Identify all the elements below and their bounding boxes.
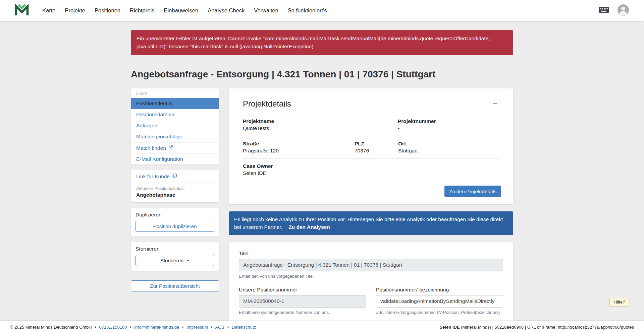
titel-input (239, 259, 503, 271)
user-avatar-icon (617, 4, 629, 17)
titel-group: Titel Erhält den von uns vorgegebenen Ti… (239, 251, 503, 279)
nav-item-positionen[interactable]: Positionen (90, 4, 125, 17)
cancel-button-label: Stornieren (160, 258, 183, 263)
sidebar-item-email-konfiguration[interactable]: E-Mail Konfiguration (131, 153, 219, 164)
cancel-card: Stornieren Stornieren (131, 242, 219, 271)
customer-link[interactable]: Link für Kunde (131, 170, 219, 183)
footer-email-link[interactable]: info@mineral-minds.de (134, 325, 179, 330)
page-title: Angebotsanfrage - Entsorgung | 4.321 Ton… (131, 69, 513, 80)
city-label: Ort (398, 141, 499, 147)
sidebar-item-match-finden[interactable]: Match finden (131, 142, 219, 153)
nav-item-richtpreis[interactable]: Richtpreis (125, 4, 159, 17)
copyright-text: © 2025 Mineral Minds Deutschland GmbH (10, 325, 92, 330)
minus-icon (493, 104, 497, 105)
project-name-label: Projektname (243, 118, 398, 124)
user-menu-button[interactable] (617, 4, 629, 17)
collapse-card-button[interactable] (491, 102, 499, 107)
nav-item-so-funktionierts[interactable]: So funktioniert's (283, 4, 332, 17)
top-navbar: Karte Projekte Positionen Richtpreis Ein… (0, 0, 644, 21)
street-field: Straße Pragstraße 120 (243, 141, 355, 154)
mineral-minds-logo[interactable] (15, 4, 29, 17)
cancel-header: Stornieren (136, 246, 214, 252)
footer-impressum-link[interactable]: Impressum (186, 325, 208, 330)
sidebar-item-matchingvorschlaege[interactable]: Matchingvorschläge (131, 131, 219, 142)
separator: • (211, 325, 213, 330)
position-number-label: Unsere Positionsnummer (239, 287, 366, 293)
footer-phone-link[interactable]: 07151/250100 (99, 325, 127, 330)
analytics-link[interactable]: Zu den Analysen (288, 224, 330, 230)
sidebar-item-positionsdetails[interactable]: Positionsdetails (131, 98, 219, 109)
main-column: Projektdetails Projektname QuoteTests (229, 88, 513, 333)
street-value: Pragstraße 120 (243, 148, 355, 154)
position-overview-button[interactable]: Zur Positionsübersicht (131, 280, 219, 291)
duplicate-position-button[interactable]: Position duplizieren (136, 221, 214, 232)
position-status-value: Angebotsphase (131, 191, 219, 202)
links-header: LINKS (131, 88, 219, 98)
separator: • (130, 325, 131, 330)
sidebar-item-anfragen[interactable]: Anfragen (131, 120, 219, 131)
position-designation-input[interactable] (376, 295, 503, 308)
position-designation-help: Z.B. Interne-Vorgangsnummer, LV-Position… (376, 310, 503, 315)
project-name-value: QuoteTests (243, 125, 398, 131)
keyboard-button[interactable] (599, 6, 609, 15)
titel-help: Erhält den von uns vorgegebenen Titel. (239, 274, 503, 279)
footer-left: © 2025 Mineral Minds Deutschland GmbH • … (10, 325, 256, 330)
plz-label: PLZ (355, 141, 398, 147)
footer-user: Selen IDE (440, 325, 460, 330)
links-card: LINKS Positionsdetails Positionsdateien … (131, 88, 219, 164)
footer-right: Selen IDE (Mineral Minds) | 50218aed0906… (440, 325, 634, 330)
keyboard-icon (599, 6, 609, 15)
position-designation-label: Positionsnummer/-bezeichnung (376, 287, 503, 293)
separator: • (182, 325, 184, 330)
sidebar: LINKS Positionsdetails Positionsdateien … (131, 88, 219, 291)
cancel-dropdown-button[interactable]: Stornieren (136, 255, 214, 266)
plz-field: PLZ 70376 (355, 141, 398, 154)
error-alert: Ein unerwarteter Fehler ist aufgetreten:… (131, 30, 513, 55)
position-number-group: Unsere Positionsnummer Erhält eine syste… (239, 287, 366, 315)
nav-item-analyse-check[interactable]: Analyse Check (203, 4, 249, 17)
position-status-label: Aktueller Positionsstatus: (131, 183, 219, 191)
page-content: Ein unerwarteter Fehler ist aufgetreten:… (0, 30, 644, 333)
footer-datenschutz-link[interactable]: Datenschutz (232, 325, 256, 330)
project-details-card: Projektdetails Projektname QuoteTests (229, 88, 513, 204)
position-number-help: Erhält eine systemgenerierte Nummer von … (239, 310, 366, 315)
project-details-title: Projektdetails (243, 99, 291, 109)
customer-link-card: Link für Kunde Aktueller Positionsstatus… (131, 170, 219, 202)
plz-value: 70376 (355, 148, 398, 154)
external-link-icon (168, 145, 173, 151)
position-designation-group: Positionsnummer/-bezeichnung Z.B. Intern… (376, 287, 503, 315)
brand-logo-icon (15, 4, 29, 17)
analytics-info-text: Es liegt noch keine Analytik zu Ihrer Po… (234, 216, 503, 229)
separator: • (95, 325, 96, 330)
duplicate-header: Duplizieren (136, 212, 214, 218)
nav-item-einbauweisen[interactable]: Einbauweisen (159, 4, 203, 17)
street-label: Straße (243, 141, 355, 147)
project-number-label: Projektnummer (398, 118, 499, 124)
city-value: Stuttgart (398, 148, 499, 154)
customer-link-label: Link für Kunde (136, 174, 170, 180)
project-number-value: - (398, 125, 499, 131)
project-details-button[interactable]: Zu den Projektdetails (444, 186, 501, 197)
case-owner-field: Case Owner Selen IDE (243, 163, 499, 176)
case-owner-label: Case Owner (243, 163, 499, 169)
sidebar-item-label: Match finden (136, 145, 166, 151)
project-name-field: Projektname QuoteTests (243, 118, 398, 131)
titel-label: Titel (239, 251, 503, 257)
case-owner-value: Selen IDE (243, 170, 499, 176)
nav-item-karte[interactable]: Karte (38, 4, 60, 17)
separator: • (227, 325, 229, 330)
footer: © 2025 Mineral Minds Deutschland GmbH • … (0, 321, 644, 333)
footer-agb-link[interactable]: AGB (215, 325, 224, 330)
position-form-card: Titel Erhält den von uns vorgegebenen Ti… (229, 242, 513, 333)
analytics-info-banner: Es liegt noch keine Analytik zu Ihrer Po… (229, 211, 513, 235)
copy-icon (172, 174, 177, 180)
nav-item-verwalten[interactable]: Verwalten (249, 4, 283, 17)
duplicate-card: Duplizieren Position duplizieren (131, 208, 219, 237)
city-field: Ort Stuttgart (398, 141, 499, 154)
footer-session-info: (Mineral Minds) | 50218aed0906 | URL of … (460, 325, 634, 330)
caret-down-icon (186, 260, 190, 261)
help-button[interactable]: Hilfe? (609, 298, 629, 306)
project-number-field: Projektnummer - (398, 118, 499, 131)
nav-item-projekte[interactable]: Projekte (60, 4, 90, 17)
sidebar-item-positionsdateien[interactable]: Positionsdateien (131, 109, 219, 120)
